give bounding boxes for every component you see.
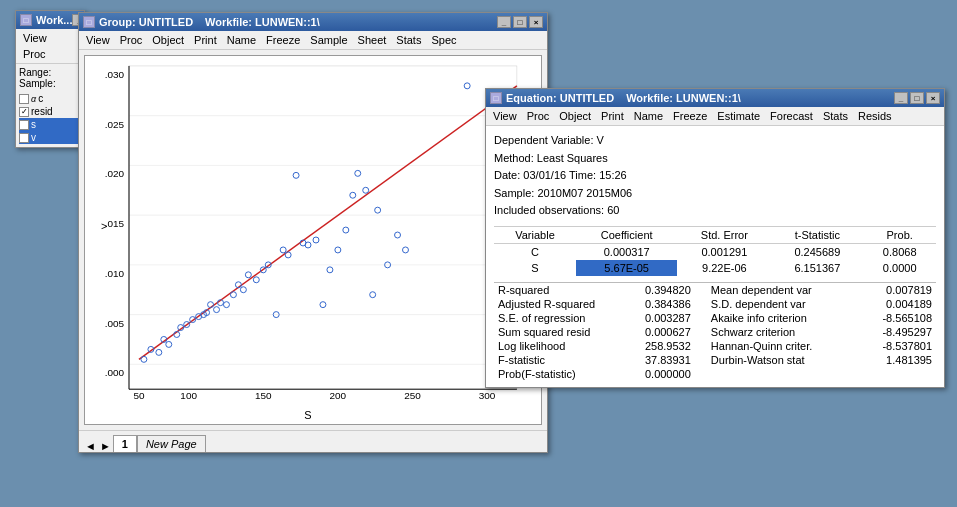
equation-controls[interactable]: _ □ ×: [894, 92, 940, 104]
menu-print[interactable]: Print: [596, 108, 629, 124]
menu-spec[interactable]: Spec: [426, 32, 461, 48]
minimize-btn[interactable]: _: [894, 92, 908, 104]
menu-freeze[interactable]: Freeze: [261, 32, 305, 48]
val-mean-dep: 0.007819: [863, 282, 936, 297]
tab-next-arrow[interactable]: ►: [98, 440, 113, 452]
stats-row-adj-rsq: Adjusted R-squared 0.384386 S.D. depende…: [494, 297, 936, 311]
menu-stats[interactable]: Stats: [818, 108, 853, 124]
icon-c: α: [31, 94, 36, 104]
stats-row-loglik: Log likelihood 258.9532 Hannan-Quinn cri…: [494, 339, 936, 353]
close-btn[interactable]: ×: [926, 92, 940, 104]
label-schwarz: Schwarz criterion: [695, 325, 864, 339]
checkbox-v[interactable]: ✓: [19, 133, 29, 143]
menu-sample[interactable]: Sample: [305, 32, 352, 48]
label-hq: Hannan-Quinn criter.: [695, 339, 864, 353]
menu-name[interactable]: Name: [222, 32, 261, 48]
label-empty: [695, 367, 864, 381]
workfile-titlebar: □ Work... _ □: [16, 11, 84, 29]
checkbox-c[interactable]: [19, 94, 29, 104]
stats-row-rsq: R-squared 0.394820 Mean dependent var 0.…: [494, 282, 936, 297]
menu-freeze[interactable]: Freeze: [668, 108, 712, 124]
menu-stats[interactable]: Stats: [391, 32, 426, 48]
tstat-s: 6.151367: [771, 260, 863, 276]
menu-object[interactable]: Object: [554, 108, 596, 124]
label-sd-dep: S.D. dependent var: [695, 297, 864, 311]
full-stats-table: R-squared 0.394820 Mean dependent var 0.…: [494, 282, 936, 381]
minimize-btn[interactable]: _: [497, 16, 511, 28]
menu-object[interactable]: Object: [147, 32, 189, 48]
menu-proc[interactable]: Proc: [115, 32, 148, 48]
val-sd-dep: 0.004189: [863, 297, 936, 311]
val-rsq: 0.394820: [627, 282, 695, 297]
menu-proc[interactable]: Proc: [522, 108, 555, 124]
dep-var: Dependent Variable: V: [494, 132, 936, 150]
val-se-reg: 0.003287: [627, 311, 695, 325]
stats-row-fstat: F-statistic 37.83931 Durbin-Watson stat …: [494, 353, 936, 367]
table-row-c: C 0.000317 0.001291 0.245689 0.8068: [494, 243, 936, 260]
equation-icon: □: [490, 92, 502, 104]
svg-text:.015: .015: [105, 218, 125, 229]
checkbox-s[interactable]: ✓: [19, 120, 29, 130]
th-std-error: Std. Error: [677, 226, 771, 243]
list-item-resid[interactable]: ✓ resid: [19, 105, 81, 118]
label-adj-rsq: Adjusted R-squared: [494, 297, 627, 311]
stats-row-ssr: Sum squared resid 0.000627 Schwarz crite…: [494, 325, 936, 339]
svg-text:100: 100: [180, 390, 197, 401]
stats-row-se-reg: S.E. of regression 0.003287 Akaike info …: [494, 311, 936, 325]
list-item-s[interactable]: ✓ s: [19, 118, 81, 131]
menu-view[interactable]: View: [81, 32, 115, 48]
th-t-statistic: t-Statistic: [771, 226, 863, 243]
label-dw: Durbin-Watson stat: [695, 353, 864, 367]
svg-text:200: 200: [330, 390, 347, 401]
menu-proc[interactable]: Proc: [18, 46, 51, 62]
label-resid: resid: [31, 106, 53, 117]
stderr-s: 9.22E-06: [677, 260, 771, 276]
label-loglik: Log likelihood: [494, 339, 627, 353]
new-page-tab[interactable]: New Page: [137, 435, 206, 452]
label-fstat: F-statistic: [494, 353, 627, 367]
workfile-window: □ Work... _ □ View Proc Range: Sample: α…: [15, 10, 85, 148]
prob-c: 0.8068: [863, 243, 936, 260]
menu-view[interactable]: View: [18, 30, 52, 46]
menu-name[interactable]: Name: [629, 108, 668, 124]
date-time: Date: 03/01/16 Time: 15:26: [494, 167, 936, 185]
group-titlebar: □ Group: UNTITLED Workfile: LUNWEN::1\ _…: [79, 13, 547, 31]
workfile-content: Range: Sample: α c ✓ resid ✓ s ✓ v: [16, 64, 84, 147]
equation-content: Dependent Variable: V Method: Least Squa…: [486, 126, 944, 387]
equation-window: □ Equation: UNTITLED Workfile: LUNWEN::1…: [485, 88, 945, 388]
maximize-btn[interactable]: □: [910, 92, 924, 104]
group-title: Group: UNTITLED: [99, 16, 193, 28]
svg-text:.025: .025: [105, 119, 125, 130]
group-window: □ Group: UNTITLED Workfile: LUNWEN::1\ _…: [78, 12, 548, 453]
svg-text:.005: .005: [105, 318, 125, 329]
val-dw: 1.481395: [863, 353, 936, 367]
svg-text:300: 300: [479, 390, 496, 401]
equation-title: Equation: UNTITLED: [506, 92, 614, 104]
menu-print[interactable]: Print: [189, 32, 222, 48]
list-item-c[interactable]: α c: [19, 92, 81, 105]
checkbox-resid[interactable]: ✓: [19, 107, 29, 117]
label-rsq: R-squared: [494, 282, 627, 297]
tab-prev-arrow[interactable]: ◄: [83, 440, 98, 452]
range-label: Range:: [19, 67, 81, 78]
equation-workfile: Workfile: LUNWEN::1\: [626, 92, 741, 104]
page-tab-1[interactable]: 1: [113, 435, 137, 452]
sample-label: Sample:: [19, 78, 81, 89]
results-table: Variable Coefficient Std. Error t-Statis…: [494, 226, 936, 276]
close-btn[interactable]: ×: [529, 16, 543, 28]
menu-estimate[interactable]: Estimate: [712, 108, 765, 124]
var-s: S: [494, 260, 576, 276]
list-item-v[interactable]: ✓ v: [19, 131, 81, 144]
menu-forecast[interactable]: Forecast: [765, 108, 818, 124]
stats-row-prob-fstat: Prob(F-statistic) 0.000000: [494, 367, 936, 381]
menu-sheet[interactable]: Sheet: [353, 32, 392, 48]
val-loglik: 258.9532: [627, 339, 695, 353]
maximize-btn[interactable]: □: [513, 16, 527, 28]
menu-resids[interactable]: Resids: [853, 108, 897, 124]
label-prob-fstat: Prob(F-statistic): [494, 367, 627, 381]
scatter-plot: .030 .025 .020 .015 .010 .005 .000 > 50 …: [85, 56, 541, 424]
group-workfile: Workfile: LUNWEN::1\: [205, 16, 320, 28]
stderr-c: 0.001291: [677, 243, 771, 260]
group-controls[interactable]: _ □ ×: [497, 16, 543, 28]
menu-view[interactable]: View: [488, 108, 522, 124]
